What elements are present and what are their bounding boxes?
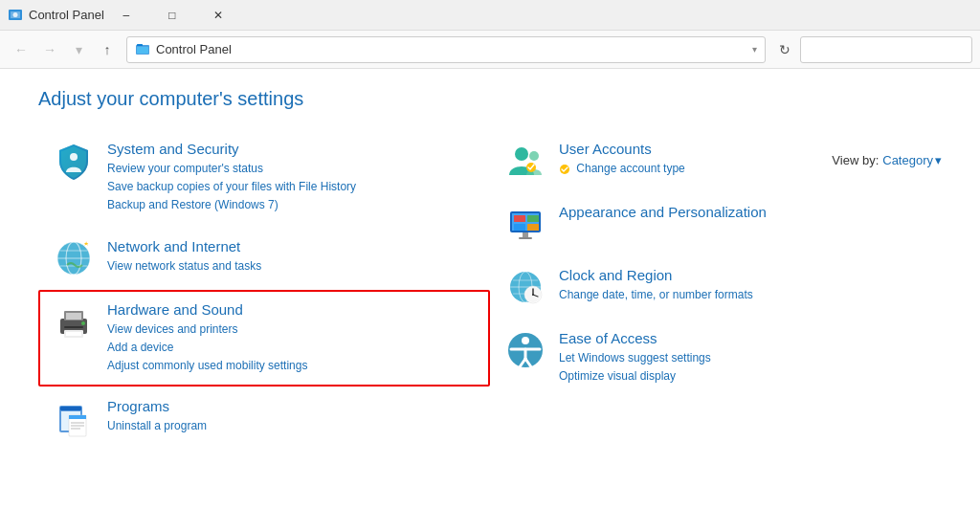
hardware-title[interactable]: Hardware and Sound [107,301,475,318]
address-chevron: ▾ [752,44,757,55]
svg-rect-38 [527,215,539,222]
title-bar: Control Panel – □ ✕ [0,0,980,31]
left-column: System and Security Review your computer… [38,129,490,450]
clock-link-1[interactable]: Change date, time, or number formats [559,286,926,304]
svg-rect-24 [60,407,81,410]
svg-rect-41 [523,232,528,237]
category-appearance: Appearance and Personalization [490,192,942,255]
categories-grid: System and Security Review your computer… [38,129,942,450]
user-accounts-content: User Accounts Change account type [559,141,926,178]
search-input[interactable] [809,42,969,56]
title-bar-icon [8,8,23,23]
network-title[interactable]: Network and Internet [107,238,475,254]
hardware-icon [54,301,94,342]
system-security-content: System and Security Review your computer… [107,141,475,215]
maximize-button[interactable]: □ [150,0,194,31]
svg-rect-27 [69,415,86,419]
close-button[interactable]: ✕ [196,0,240,31]
programs-link-1[interactable]: Uninstall a program [107,417,475,435]
ease-of-access-content: Ease of Access Let Windows suggest setti… [559,330,926,386]
appearance-title[interactable]: Appearance and Personalization [559,204,926,220]
address-bar-icon [135,42,150,57]
programs-content: Programs Uninstall a program [107,398,475,435]
svg-rect-4 [137,44,143,46]
programs-title[interactable]: Programs [107,398,475,414]
hardware-content: Hardware and Sound View devices and prin… [107,301,475,376]
search-box[interactable] [800,36,972,63]
recent-button[interactable]: ▾ [65,36,92,63]
svg-rect-20 [66,332,81,336]
svg-rect-5 [137,47,148,54]
svg-rect-37 [514,215,525,222]
main-content: Adjust your computer's settings View by:… [0,69,980,508]
user-accounts-icon [505,141,546,181]
nav-bar: ← → ▾ ↑ Control Panel ▾ ↻ [0,31,980,69]
title-bar-controls: – □ ✕ [104,0,240,31]
refresh-button[interactable]: ↻ [771,36,798,63]
network-content: Network and Internet View network status… [107,238,475,276]
system-security-link-3[interactable]: Backup and Restore (Windows 7) [107,196,475,214]
right-column: User Accounts Change account type [490,129,942,450]
category-clock: Clock and Region Change date, time, or n… [490,255,942,319]
svg-rect-22 [64,326,83,328]
clock-icon [505,267,546,307]
clock-title[interactable]: Clock and Region [559,267,926,283]
svg-point-8 [70,153,78,161]
svg-marker-15 [84,241,88,245]
svg-rect-40 [527,224,539,231]
network-icon [54,238,94,278]
hardware-link-2[interactable]: Add a device [107,339,475,357]
system-security-title[interactable]: System and Security [107,141,475,157]
svg-point-52 [532,294,534,296]
address-bar[interactable]: Control Panel ▾ [126,36,766,63]
category-user-accounts: User Accounts Change account type [490,129,942,192]
clock-content: Clock and Region Change date, time, or n… [559,267,926,304]
category-ease-of-access: Ease of Access Let Windows suggest setti… [490,319,942,397]
page-title: Adjust your computer's settings [38,88,942,110]
category-network: Network and Internet View network status… [38,227,490,290]
system-security-link-2[interactable]: Save backup copies of your files with Fi… [107,178,475,196]
title-bar-text: Control Panel [29,8,104,22]
svg-rect-39 [514,224,525,231]
network-link-1[interactable]: View network status and tasks [107,257,475,276]
svg-point-2 [13,12,18,17]
programs-icon [54,398,94,438]
ease-of-access-link-1[interactable]: Let Windows suggest settings [559,349,926,367]
svg-rect-18 [66,313,81,320]
user-accounts-title[interactable]: User Accounts [559,141,926,157]
svg-point-32 [529,151,539,161]
appearance-content: Appearance and Personalization [559,204,926,223]
minimize-button[interactable]: – [104,0,148,31]
back-button[interactable]: ← [8,36,34,63]
system-security-icon [54,141,94,181]
svg-rect-42 [519,237,532,239]
hardware-link-1[interactable]: View devices and printers [107,320,475,339]
up-button[interactable]: ↑ [94,36,121,63]
category-hardware: Hardware and Sound View devices and prin… [38,290,490,387]
ease-of-access-link-2[interactable]: Optimize visual display [559,367,926,386]
svg-point-54 [522,337,529,344]
category-system-security: System and Security Review your computer… [38,129,490,227]
user-accounts-link-1[interactable]: Change account type [559,160,926,178]
appearance-icon [505,204,546,244]
forward-button[interactable]: → [36,36,63,63]
ease-of-access-title[interactable]: Ease of Access [559,330,926,346]
svg-point-31 [515,147,528,161]
category-programs: Programs Uninstall a program [38,387,490,450]
system-security-link-1[interactable]: Review your computer's status [107,160,475,178]
hardware-link-3[interactable]: Adjust commonly used mobility settings [107,357,475,375]
ease-of-access-icon [505,330,546,370]
address-text: Control Panel [156,42,746,56]
svg-point-21 [81,321,85,325]
